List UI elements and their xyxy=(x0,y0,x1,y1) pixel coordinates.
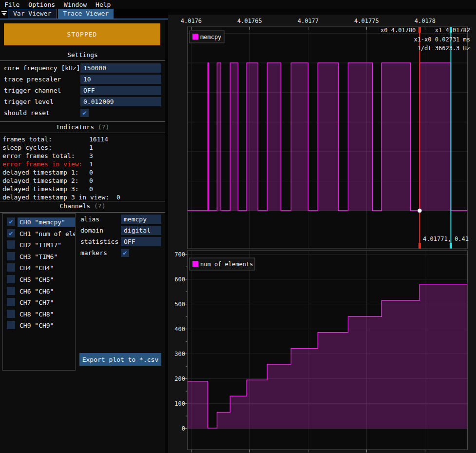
channel-ch7-checkbox[interactable] xyxy=(7,298,15,306)
acquisition-state-button[interactable]: STOPPED xyxy=(4,23,160,45)
setting-label: trigger channel xyxy=(4,87,61,94)
core-frequency-khz--input[interactable]: 150000 xyxy=(80,63,161,73)
marker-x0-handle-top[interactable] xyxy=(419,27,421,33)
channel-ch2-label[interactable]: CH2 "TIM17" xyxy=(18,240,75,250)
indicator-value: 1 xyxy=(89,160,93,168)
domain-combo[interactable]: digital xyxy=(121,226,161,235)
channel-ch8-checkbox[interactable] xyxy=(7,310,15,318)
setting-row: core frequency [kHz]150000 xyxy=(4,63,161,73)
indicator-label: error frames in view: xyxy=(2,160,82,168)
marker-x0-handle-bottom[interactable] xyxy=(419,243,421,249)
menu-window[interactable]: Window xyxy=(59,1,91,8)
channel-ch7-label[interactable]: CH7 "CH7" xyxy=(18,298,75,307)
indicator-row: frames total:16114 xyxy=(2,135,163,143)
setting-row: should reset✔ xyxy=(4,108,161,118)
marker-x1-readout: x1 4.01782 xyxy=(435,27,470,34)
alias-label: alias xyxy=(80,215,99,224)
setting-label: core frequency [kHz] xyxy=(4,64,80,72)
separator xyxy=(0,201,165,201)
y-axis-tick-label: 100 xyxy=(174,400,185,407)
channel-row-ch3[interactable]: CH3 "TIM6" xyxy=(3,251,75,262)
separator xyxy=(0,212,165,213)
channel-ch0-label[interactable]: CH0 "memcpy" xyxy=(18,217,75,227)
setting-row: trigger channelOFF xyxy=(4,86,161,95)
marker-delta-readout: x1-x0 0.02731 ms xyxy=(414,36,470,43)
indicator-label: delayed timestamp 3: xyxy=(2,185,79,193)
indicator-row: delayed timestamp 3 in view:0 xyxy=(2,193,163,201)
indicators-section-title: Indicators (?) xyxy=(0,124,165,131)
indicator-value: 0 xyxy=(116,193,120,201)
channel-ch6-checkbox[interactable] xyxy=(7,287,15,295)
x-axis-tick-label: 4.0176 xyxy=(181,18,202,24)
x-axis-tick-label: 4.01765 xyxy=(237,18,262,24)
channel-row-ch2[interactable]: CH2 "TIM17" xyxy=(3,239,75,250)
y-axis-tick-label: 500 xyxy=(174,301,185,308)
channel-row-ch8[interactable]: CH8 "CH8" xyxy=(3,309,75,319)
setting-label: trigger level xyxy=(4,98,54,105)
channels-help-hint[interactable]: (?) xyxy=(94,202,105,210)
statistics-label: statistics xyxy=(80,237,118,246)
indicator-row: delayed timestamp 2:0 xyxy=(2,177,163,185)
indicator-label: frames total: xyxy=(2,136,52,143)
channel-ch3-checkbox[interactable] xyxy=(7,252,15,260)
markers-checkbox[interactable]: ✔ xyxy=(121,249,129,257)
memcpy-pulse-fill xyxy=(247,63,258,211)
menu-bar: FileOptionsWindowHelp xyxy=(0,0,476,9)
indicator-row: error frames total:3 xyxy=(2,152,163,160)
trigger-level-input[interactable]: 0.012009 xyxy=(80,97,161,106)
channel-ch4-label[interactable]: CH4 "CH4" xyxy=(18,263,75,273)
tab-trace-viewer[interactable]: Trace Viewer xyxy=(58,9,114,19)
channel-row-ch7[interactable]: CH7 "CH7" xyxy=(3,297,75,308)
alias-input[interactable]: memcpy xyxy=(121,215,161,224)
trace-prescaler-input[interactable]: 10 xyxy=(80,75,161,84)
channel-row-ch6[interactable]: CH6 "CH6" xyxy=(3,286,75,296)
memcpy-pulse-fill xyxy=(318,63,338,211)
channel-ch8-label[interactable]: CH8 "CH8" xyxy=(18,310,75,319)
indicators-help-hint[interactable]: (?) xyxy=(98,123,109,131)
menu-help[interactable]: Help xyxy=(91,1,115,8)
hover-dot xyxy=(418,209,421,213)
channel-row-ch4[interactable]: CH4 "CH4" xyxy=(3,262,75,273)
memcpy-pulse-fill xyxy=(291,63,308,211)
trigger-channel-combo[interactable]: OFF xyxy=(80,86,161,95)
channel-ch0-checkbox[interactable]: ✔ xyxy=(7,217,15,226)
channel-row-ch5[interactable]: CH5 "CH5" xyxy=(3,274,75,285)
indicator-value: 0 xyxy=(89,185,93,193)
channel-row-ch1[interactable]: ✔CH1 "num of elements" xyxy=(3,228,75,239)
menu-options[interactable]: Options xyxy=(24,1,59,8)
tab-var-viewer[interactable]: Var Viewer xyxy=(8,9,57,19)
channel-ch9-checkbox[interactable] xyxy=(7,321,15,329)
channel-ch2-checkbox[interactable] xyxy=(7,240,15,249)
channel-list[interactable]: ✔CH0 "memcpy"✔CH1 "num of elements"CH2 "… xyxy=(2,213,76,371)
memcpy-legend-swatch[interactable] xyxy=(192,34,198,39)
x-axis-tick-label: 4.0177 xyxy=(298,18,319,24)
settings-section-title: Settings xyxy=(0,52,165,59)
channel-row-ch9[interactable]: CH9 "CH9" xyxy=(3,320,75,331)
indicator-row: sleep cycles:1 xyxy=(2,143,163,152)
separator xyxy=(0,121,165,122)
x-axis-tick-label: 4.0178 xyxy=(415,18,436,24)
trace-plots[interactable]: 4.01764.017654.01774.017754.0178x0 4.017… xyxy=(168,15,476,453)
plot-panel: 4.01764.017654.01774.017754.0178x0 4.017… xyxy=(168,15,476,453)
channel-ch9-label[interactable]: CH9 "CH9" xyxy=(18,321,75,330)
domain-label: domain xyxy=(80,226,103,235)
channel-ch3-label[interactable]: CH3 "TIM6" xyxy=(18,252,75,261)
channel-ch5-label[interactable]: CH5 "CH5" xyxy=(18,275,75,284)
num-of-elements-legend-swatch[interactable] xyxy=(192,261,198,267)
indicator-label: error frames total: xyxy=(2,152,75,159)
statistics-combo[interactable]: OFF xyxy=(121,237,161,246)
channel-row-ch0[interactable]: ✔CH0 "memcpy" xyxy=(3,217,75,227)
y-axis-tick-label: 0 xyxy=(182,425,185,432)
channel-ch4-checkbox[interactable] xyxy=(7,263,15,272)
marker-frequency-readout: 1/dt 36623.3 Hz xyxy=(418,45,470,52)
marker-x1-handle-bottom[interactable] xyxy=(450,243,452,249)
tab-list-icon[interactable] xyxy=(0,9,8,19)
channel-ch5-checkbox[interactable] xyxy=(7,275,15,283)
channel-ch1-checkbox[interactable]: ✔ xyxy=(7,229,15,237)
channel-ch1-label[interactable]: CH1 "num of elements" xyxy=(18,229,75,238)
export-csv-button[interactable]: Export plot to *.csv xyxy=(79,353,161,366)
should-reset-checkbox[interactable]: ✔ xyxy=(80,109,89,117)
indicator-row: delayed timestamp 1:0 xyxy=(2,168,163,177)
menu-file[interactable]: File xyxy=(0,1,24,8)
channel-ch6-label[interactable]: CH6 "CH6" xyxy=(18,287,75,296)
